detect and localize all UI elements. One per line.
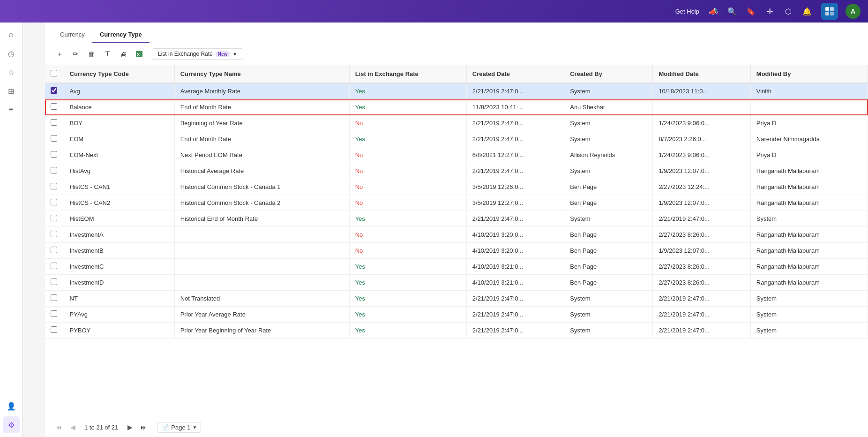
row-checkbox[interactable] (51, 199, 57, 205)
filter-button[interactable]: ⊤ (100, 47, 114, 61)
cell-modified-date: 8/7/2023 2:26:0... (653, 131, 750, 147)
table-row[interactable]: PYAvgPrior Year Average RateYes2/21/2019… (45, 307, 868, 323)
cell-created-by: Ben Page (564, 195, 653, 211)
megaphone-icon[interactable]: 📣 (707, 5, 720, 18)
row-checkbox[interactable] (51, 279, 57, 285)
table-row[interactable]: HistEOMHistorical End of Month RateYes2/… (45, 211, 868, 227)
table-row[interactable]: AvgAverage Monthly RateYes2/21/2019 2:47… (45, 83, 868, 99)
cell-created-by: System (564, 307, 653, 323)
sidebar-item-favorites[interactable]: ☆ (3, 64, 20, 81)
page-dropdown-icon[interactable]: ▼ (192, 425, 197, 430)
cell-list-exchange: No (349, 195, 466, 211)
select-all-column (45, 65, 64, 83)
sidebar-item-reports[interactable]: ≡ (3, 101, 20, 118)
row-checkbox[interactable] (51, 183, 57, 189)
table-row[interactable]: EOM-NextNext Period EOM RateNo6/8/2021 1… (45, 147, 868, 163)
get-help-label[interactable]: Get Help (675, 8, 699, 15)
table-row[interactable]: HistCS - CAN2Historical Common Stock - C… (45, 195, 868, 211)
row-checkbox[interactable] (51, 135, 57, 142)
tab-currency[interactable]: Currency (52, 27, 92, 43)
cell-name: End of Month Rate (174, 99, 349, 115)
cell-modified-by: Priya D (750, 147, 868, 163)
app-icon[interactable] (821, 3, 838, 20)
table-row[interactable]: BalanceEnd of Month RateYes11/8/2023 10:… (45, 99, 868, 115)
col-name: Currency Type Name (174, 65, 349, 83)
sidebar-item-home[interactable]: ⌂ (3, 26, 20, 43)
prev-page-button[interactable]: ◀ (67, 421, 79, 433)
col-code: Currency Type Code (64, 65, 174, 83)
cell-list-exchange: Yes (349, 291, 466, 307)
user-avatar[interactable]: A (846, 4, 861, 19)
cell-modified-date: 2/27/2023 8:26:0... (653, 259, 750, 275)
cell-list-exchange: Yes (349, 323, 466, 339)
cell-modified-date: 2/21/2019 2:47:0... (653, 211, 750, 227)
cell-modified-by: Ranganath Mallapuram (750, 259, 868, 275)
row-checkbox[interactable] (51, 310, 57, 317)
cell-name: Historical Common Stock - Canada 1 (174, 179, 349, 195)
row-checkbox[interactable] (51, 119, 57, 126)
crosshair-icon[interactable]: ✛ (763, 5, 776, 18)
delete-button[interactable]: 🗑 (84, 47, 98, 61)
table-row[interactable]: HistAvgHistorical Average RateNo2/21/201… (45, 163, 868, 179)
table-row[interactable]: InvestmentDYes4/10/2019 3:21:0...Ben Pag… (45, 275, 868, 291)
select-all-checkbox[interactable] (51, 70, 57, 76)
cell-modified-date (653, 99, 750, 115)
cell-name: Not Translated (174, 291, 349, 307)
table-row[interactable]: BOYBeginning of Year RateNo2/21/2019 2:4… (45, 115, 868, 131)
print-button[interactable]: 🖨 (116, 47, 130, 61)
cell-name: Historical Average Rate (174, 163, 349, 179)
cell-created-by: System (564, 211, 653, 227)
cell-code: HistEOM (64, 211, 174, 227)
table-row[interactable]: PYBOYPrior Year Beginning of Year RateYe… (45, 323, 868, 339)
sidebar-item-modules[interactable]: ⊞ (3, 83, 20, 99)
table-row[interactable]: InvestmentBNo4/10/2019 3:20:0...Ben Page… (45, 243, 868, 259)
first-page-button[interactable]: ⏮ (52, 421, 65, 433)
row-checkbox[interactable] (51, 103, 57, 110)
sidebar-item-recent[interactable]: ◷ (3, 45, 20, 62)
col-modified-by: Modified By (750, 65, 868, 83)
row-checkbox[interactable] (51, 326, 57, 333)
cell-code: NT (64, 291, 174, 307)
row-checkbox[interactable] (51, 294, 57, 301)
row-checkbox[interactable] (51, 247, 57, 253)
cell-created-by: System (564, 83, 653, 99)
table-row[interactable]: NTNot TranslatedYes2/21/2019 2:47:0...Sy… (45, 291, 868, 307)
cell-code: PYBOY (64, 323, 174, 339)
table-row[interactable]: InvestmentANo4/10/2019 3:20:0...Ben Page… (45, 227, 868, 243)
cell-created-by: Ben Page (564, 275, 653, 291)
table-row[interactable]: EOMEnd of Month RateYes2/21/2019 2:47:0.… (45, 131, 868, 147)
row-checkbox[interactable] (51, 151, 57, 158)
dropdown-arrow-icon[interactable]: ▼ (232, 52, 237, 57)
cell-modified-by: Ranganath Mallapuram (750, 227, 868, 243)
tab-currency-type[interactable]: Currency Type (92, 27, 150, 43)
edit-button[interactable]: ✏ (68, 47, 82, 61)
cell-name: End of Month Rate (174, 131, 349, 147)
cell-created-date: 2/21/2019 2:47:0... (466, 291, 564, 307)
row-checkbox[interactable] (51, 87, 57, 94)
page-selector[interactable]: 📄 Page 1 ▼ (157, 422, 201, 433)
svg-rect-0 (825, 7, 829, 11)
cell-list-exchange: No (349, 179, 466, 195)
sidebar-item-person[interactable]: 👤 (3, 398, 20, 414)
cube-icon[interactable]: ⬡ (782, 5, 795, 18)
search-icon[interactable]: 🔍 (726, 5, 739, 18)
table-row[interactable]: HistCS - CAN1Historical Common Stock - C… (45, 179, 868, 195)
list-exchange-rate-button[interactable]: List in Exchange Rate New ▼ (152, 48, 243, 60)
row-checkbox[interactable] (51, 263, 57, 269)
cell-created-date: 4/10/2019 3:21:0... (466, 275, 564, 291)
new-badge: New (216, 51, 230, 57)
add-button[interactable]: ＋ (52, 47, 67, 61)
bookmark-icon[interactable]: 🔖 (744, 5, 757, 18)
sidebar-item-settings[interactable]: ⚙ (3, 416, 20, 433)
row-checkbox[interactable] (51, 215, 57, 221)
bell-icon[interactable]: 🔔 (801, 5, 814, 18)
table-row[interactable]: InvestmentCYes4/10/2019 3:21:0...Ben Pag… (45, 259, 868, 275)
cell-name (174, 275, 349, 291)
svg-rect-3 (830, 12, 834, 15)
export-button[interactable]: X (132, 47, 146, 61)
next-page-button[interactable]: ▶ (124, 421, 136, 433)
cell-created-date: 2/21/2019 2:47:0... (466, 307, 564, 323)
row-checkbox[interactable] (51, 167, 57, 173)
last-page-button[interactable]: ⏭ (138, 421, 150, 433)
row-checkbox[interactable] (51, 231, 57, 237)
